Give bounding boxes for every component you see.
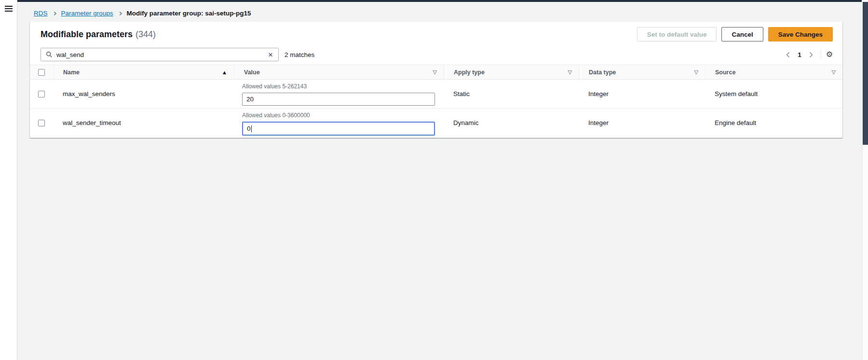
cancel-button[interactable]: Cancel: [721, 27, 763, 42]
match-count: 2 matches: [285, 51, 314, 58]
column-header-name[interactable]: Name ▲: [53, 65, 234, 79]
page-number[interactable]: 1: [793, 51, 806, 58]
divider: [821, 49, 821, 60]
search-icon: [46, 51, 53, 58]
row-checkbox[interactable]: [38, 91, 45, 97]
next-page-button[interactable]: [806, 51, 816, 59]
value-input-focused[interactable]: 0: [242, 122, 435, 136]
allowed-values-hint: Allowed values 5-262143: [242, 83, 435, 90]
modifiable-parameters-card: Modifiable parameters (344) Set to defau…: [30, 22, 842, 138]
hamburger-menu-icon[interactable]: [5, 6, 13, 12]
table-row: wal_sender_timeout Allowed values 0-3600…: [30, 109, 842, 138]
select-all-checkbox[interactable]: [38, 69, 45, 76]
side-rail: [0, 0, 17, 360]
value-text: 20: [246, 96, 254, 103]
apply-type-value: Static: [444, 90, 579, 97]
filter-icon[interactable]: ▽: [694, 69, 705, 75]
column-label: Value: [244, 69, 260, 76]
header-actions: Set to default value Cancel Save Changes: [637, 27, 833, 42]
header-cell-checkbox: [30, 65, 53, 79]
filter-icon[interactable]: ▽: [433, 69, 444, 75]
source-value: System default: [705, 90, 842, 97]
breadcrumb-current: Modify parameter group: sai-setup-pg15: [127, 10, 251, 17]
pagination: 1 ⚙: [783, 49, 833, 60]
source-value: Engine default: [705, 119, 842, 126]
apply-type-value: Dynamic: [444, 119, 579, 126]
column-label: Name: [63, 69, 80, 76]
column-label: Source: [715, 69, 735, 76]
table-row: max_wal_senders Allowed values 5-262143 …: [30, 80, 842, 109]
chevron-right-icon: [118, 12, 122, 15]
column-header-source: Source ▽: [705, 65, 842, 79]
data-type-value: Integer: [579, 119, 705, 126]
save-changes-button[interactable]: Save Changes: [768, 27, 833, 42]
value-input[interactable]: 20: [242, 93, 435, 106]
set-default-value-button[interactable]: Set to default value: [637, 27, 717, 42]
filter-icon[interactable]: ▽: [568, 69, 579, 75]
page-title: Modifiable parameters: [41, 29, 133, 40]
value-text: 0: [247, 125, 251, 132]
breadcrumb: RDS Parameter groups Modify parameter gr…: [34, 10, 251, 17]
allowed-values-hint: Allowed values 0-3600000: [242, 112, 435, 119]
breadcrumb-link-rds[interactable]: RDS: [34, 10, 48, 17]
breadcrumb-link-parameter-groups[interactable]: Parameter groups: [61, 10, 113, 17]
data-type-value: Integer: [579, 90, 705, 97]
chevron-left-icon: [785, 52, 791, 58]
text-cursor: [251, 125, 252, 132]
column-header-data-type: Data type ▽: [579, 65, 705, 79]
column-header-value: Value ▽: [234, 65, 444, 79]
row-checkbox[interactable]: [38, 120, 45, 126]
column-header-apply-type: Apply type ▽: [444, 65, 579, 79]
previous-page-button[interactable]: [783, 51, 793, 59]
column-label: Apply type: [454, 69, 485, 76]
clear-search-icon[interactable]: ×: [268, 51, 273, 59]
page-scrollbar[interactable]: [862, 0, 868, 360]
column-label: Data type: [589, 69, 616, 76]
scrollbar-thumb[interactable]: [863, 2, 868, 145]
search-input[interactable]: [56, 51, 268, 58]
search-box[interactable]: ×: [41, 48, 279, 61]
filter-icon[interactable]: ▽: [832, 69, 842, 75]
chevron-right-icon: [52, 12, 56, 15]
parameter-name: max_wal_senders: [53, 90, 234, 97]
sort-ascending-icon[interactable]: ▲: [223, 70, 234, 75]
chevron-right-icon: [808, 52, 814, 58]
parameter-name: wal_sender_timeout: [53, 119, 234, 126]
table-header-row: Name ▲ Value ▽ Apply type ▽ Data type ▽ …: [30, 65, 842, 80]
top-dark-bar: [17, 0, 868, 2]
settings-gear-icon[interactable]: ⚙: [826, 51, 833, 58]
parameter-count: (344): [136, 29, 156, 40]
